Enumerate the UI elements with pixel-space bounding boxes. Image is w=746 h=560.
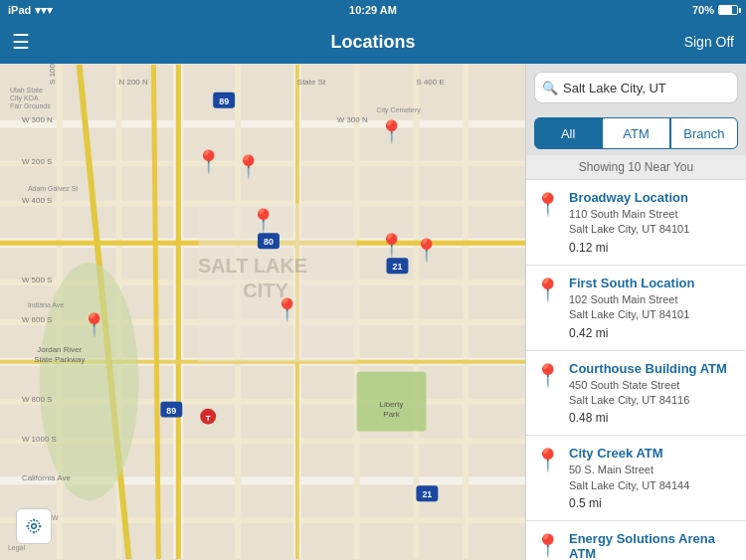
location-name: Courthouse Building ATM xyxy=(569,361,738,376)
map-pin-icon: 📍 xyxy=(534,192,561,218)
svg-text:21: 21 xyxy=(422,489,432,499)
svg-text:N 200 N: N 200 N xyxy=(119,78,148,87)
svg-text:89: 89 xyxy=(166,406,176,416)
location-address: 50 S. Main Street Salt Lake City, UT 841… xyxy=(569,463,738,493)
location-name: Broadway Location xyxy=(569,190,738,205)
list-item[interactable]: 📍 Courthouse Building ATM 450 South Stat… xyxy=(526,351,746,437)
location-list[interactable]: 📍 Broadway Location 110 South Main Stree… xyxy=(526,180,746,560)
location-info: Energy Solutions Arena ATM 301 West Sout… xyxy=(569,531,738,560)
svg-text:📍: 📍 xyxy=(81,311,108,338)
svg-text:Fair Grounds: Fair Grounds xyxy=(10,102,51,109)
map-pin-icon: 📍 xyxy=(534,448,561,473)
map-pin-icon: 📍 xyxy=(534,278,561,303)
svg-text:📍: 📍 xyxy=(378,232,406,259)
header: ☰ Locations Sign Off xyxy=(0,20,746,64)
sign-out-button[interactable]: Sign Off xyxy=(684,34,734,50)
location-info: Broadway Location 110 South Main Street … xyxy=(569,190,738,255)
filter-atm-button[interactable]: ATM xyxy=(602,117,669,149)
svg-text:Adam Galvez St: Adam Galvez St xyxy=(28,185,78,192)
svg-text:21: 21 xyxy=(393,262,403,272)
svg-text:W 200 S: W 200 S xyxy=(22,157,53,166)
location-distance: 0.48 mi xyxy=(569,411,738,425)
svg-text:📍: 📍 xyxy=(413,237,441,264)
map-area[interactable]: Jordan River State Parkway Liberty Park … xyxy=(0,64,525,560)
map-svg: Jordan River State Parkway Liberty Park … xyxy=(0,64,525,560)
svg-text:W 800 S: W 800 S xyxy=(22,395,53,404)
location-address: 102 South Main Street Salt Lake City, UT… xyxy=(569,292,738,323)
svg-text:W 1000 S: W 1000 S xyxy=(22,435,57,444)
svg-text:89: 89 xyxy=(219,96,229,106)
location-address: 450 South State Street Salt Lake City, U… xyxy=(569,378,738,409)
status-bar: iPad ▾▾▾ 10:29 AM 70% xyxy=(0,0,746,20)
svg-text:S 1000 W: S 1000 W xyxy=(48,64,57,85)
sidebar: 🔍 All ATM Branch Showing 10 Near You 📍 B… xyxy=(525,64,746,560)
svg-text:80: 80 xyxy=(264,237,274,247)
search-input[interactable] xyxy=(534,72,738,103)
svg-text:Indiana Ave: Indiana Ave xyxy=(28,301,64,308)
svg-text:Liberty: Liberty xyxy=(380,400,404,409)
page-title: Locations xyxy=(330,32,415,53)
svg-text:SALT LAKE: SALT LAKE xyxy=(198,255,307,277)
svg-text:Legal: Legal xyxy=(8,544,26,552)
svg-point-24 xyxy=(40,263,139,500)
location-distance: 0.12 mi xyxy=(569,241,738,255)
my-location-button[interactable] xyxy=(16,508,52,544)
map-pin-icon: 📍 xyxy=(534,533,561,559)
list-item[interactable]: 📍 First South Location 102 South Main St… xyxy=(526,266,746,351)
location-info: City Creek ATM 50 S. Main Street Salt La… xyxy=(569,446,738,510)
svg-text:W 600 S: W 600 S xyxy=(22,315,53,324)
battery-percent: 70% xyxy=(692,4,714,16)
svg-text:City Cemetery: City Cemetery xyxy=(377,106,422,114)
list-item[interactable]: 📍 City Creek ATM 50 S. Main Street Salt … xyxy=(526,436,746,521)
menu-button[interactable]: ☰ xyxy=(12,30,30,54)
list-item[interactable]: 📍 Broadway Location 110 South Main Stree… xyxy=(526,180,746,266)
svg-text:📍: 📍 xyxy=(195,148,223,175)
svg-text:Park: Park xyxy=(383,410,399,419)
wifi-icon: ▾▾▾ xyxy=(35,4,53,17)
filter-branch-button[interactable]: Branch xyxy=(670,117,738,149)
ipad-label: iPad xyxy=(8,4,31,16)
filter-buttons: All ATM Branch xyxy=(526,111,746,155)
svg-text:State St: State St xyxy=(297,78,326,87)
svg-text:📍: 📍 xyxy=(274,296,301,323)
svg-text:W 500 S: W 500 S xyxy=(22,276,53,284)
status-left: iPad ▾▾▾ xyxy=(8,4,53,17)
main-content: Jordan River State Parkway Liberty Park … xyxy=(0,64,746,560)
location-name: Energy Solutions Arena ATM xyxy=(569,531,738,560)
showing-label: Showing 10 Near You xyxy=(526,155,746,180)
svg-text:Jordan River: Jordan River xyxy=(37,345,82,354)
map-pin-icon: 📍 xyxy=(534,363,561,389)
location-address: 110 South Main Street Salt Lake City, UT… xyxy=(569,207,738,238)
svg-text:State Parkway: State Parkway xyxy=(34,355,85,364)
svg-text:T: T xyxy=(206,414,211,423)
list-item[interactable]: 📍 Energy Solutions Arena ATM 301 West So… xyxy=(526,521,746,560)
filter-all-button[interactable]: All xyxy=(534,117,602,149)
location-info: Courthouse Building ATM 450 South State … xyxy=(569,361,738,426)
location-name: City Creek ATM xyxy=(569,446,738,461)
location-name: First South Location xyxy=(569,276,738,290)
status-time: 10:29 AM xyxy=(349,4,397,16)
svg-text:City KOA: City KOA xyxy=(10,94,39,102)
svg-point-77 xyxy=(28,520,40,532)
svg-text:📍: 📍 xyxy=(250,207,278,234)
svg-text:W 400 S: W 400 S xyxy=(22,196,53,205)
svg-text:📍: 📍 xyxy=(378,118,406,145)
svg-text:W 300 N: W 300 N xyxy=(337,115,368,124)
svg-text:W 300 N: W 300 N xyxy=(22,115,53,124)
svg-point-76 xyxy=(32,524,37,529)
search-wrapper: 🔍 xyxy=(534,72,738,103)
search-icon: 🔍 xyxy=(542,81,558,95)
svg-text:📍: 📍 xyxy=(235,153,263,180)
location-distance: 0.5 mi xyxy=(569,496,738,510)
svg-text:California Ave: California Ave xyxy=(22,473,72,482)
status-right: 70% xyxy=(692,4,738,16)
svg-text:S 400 E: S 400 E xyxy=(416,78,444,87)
svg-text:Utah State: Utah State xyxy=(10,87,43,93)
location-distance: 0.42 mi xyxy=(569,326,738,340)
battery-icon xyxy=(718,5,738,15)
search-container: 🔍 xyxy=(526,64,746,111)
location-info: First South Location 102 South Main Stre… xyxy=(569,276,738,340)
